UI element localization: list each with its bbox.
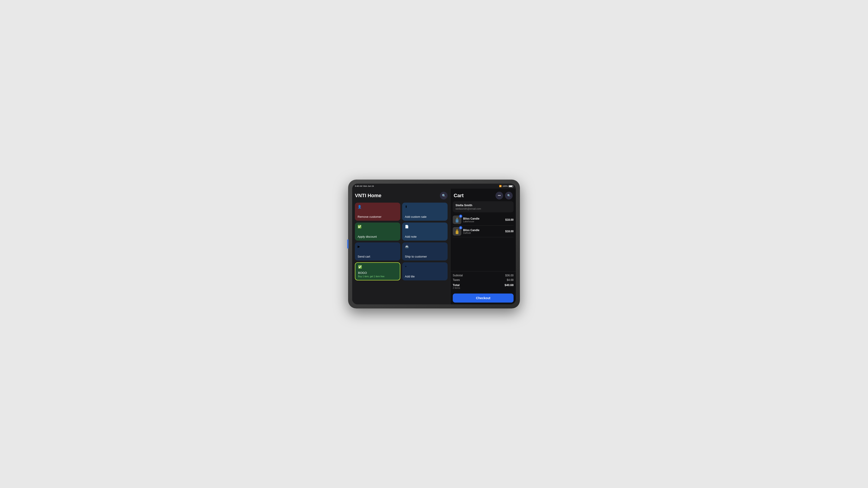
subtotal-row: Subtotal $36.00 (453, 273, 514, 278)
page-title: VNTI Home (355, 193, 381, 199)
customer-info: Stella Smith stellasmith@email.com (453, 201, 514, 212)
tile-bogo[interactable]: ✅ BOGO Buy 1 item, get 1 item free (355, 262, 400, 280)
svg-rect-0 (456, 219, 458, 222)
search-icon: 🔍 (442, 194, 446, 197)
status-bar: 9:48 AM Mon Jun 24 📶 100% (352, 184, 516, 189)
item-variant: Lakehouse (463, 220, 503, 223)
tile-add-note-label: Add note (405, 235, 445, 238)
tablet-device: 9:48 AM Mon Jun 24 📶 100% VNTI Home 🔍 (348, 180, 520, 308)
status-bar-left: 9:48 AM Mon Jun 24 (355, 185, 374, 187)
taxes-row: Taxes $4.68 (453, 278, 514, 282)
subtotal-value: $36.00 (505, 274, 514, 277)
status-time: 9:48 AM (355, 185, 362, 187)
main-content: VNTI Home 🔍 👤 Remove customer ⬆ Add cust (352, 189, 516, 304)
tile-send-cart-label: Send cart (358, 255, 398, 258)
svg-rect-4 (456, 231, 458, 234)
side-button[interactable] (347, 240, 348, 248)
device-screen: 9:48 AM Mon Jun 24 📶 100% VNTI Home 🔍 (352, 184, 516, 304)
taxes-value: $4.68 (507, 278, 514, 281)
cart-header: Cart ••• 🔍 (451, 189, 516, 201)
search-icon: 🔍 (507, 194, 510, 197)
tile-bogo-label: BOGO (358, 271, 367, 275)
tile-ship-to-customer[interactable]: 🚢 Ship to customer (402, 242, 447, 261)
cart-more-button[interactable]: ••• (495, 192, 503, 200)
item-thumb-wrapper: 1 (453, 215, 461, 224)
cart-search-button[interactable]: 🔍 (505, 192, 513, 200)
item-thumb-wrapper: 1 (453, 227, 461, 236)
item-details: Bliss Candle Lakehouse (463, 217, 503, 223)
item-variant: Daffodil (463, 232, 503, 234)
battery-percent: 100% (502, 185, 508, 187)
left-search-button[interactable]: 🔍 (440, 192, 447, 200)
items-count: 2 items (453, 287, 460, 289)
tile-add-tile[interactable]: + Add tile (402, 262, 447, 280)
svg-point-7 (457, 229, 457, 230)
item-price: $18.00 (505, 218, 514, 221)
cart-title: Cart (454, 193, 464, 199)
status-bar-right: 📶 100% (499, 185, 513, 187)
tile-bogo-subtitle: Buy 1 item, get 1 item free (358, 275, 397, 278)
total-label: Total (453, 283, 460, 287)
total-value: $40.68 (504, 283, 514, 289)
upload-icon: ⬆ (405, 205, 445, 209)
bogo-check-icon: ✅ (358, 265, 397, 269)
ship-icon: 🚢 (405, 245, 445, 248)
subtotal-label: Subtotal (453, 274, 463, 277)
tile-ship-to-customer-label: Ship to customer (405, 255, 445, 258)
item-quantity-badge: 1 (459, 226, 462, 229)
cart-item[interactable]: 1 Bliss Candle Daffodil $18.00 (453, 226, 514, 237)
item-quantity-badge: 1 (459, 215, 462, 218)
customer-email: stellasmith@email.com (456, 207, 511, 210)
wifi-icon: 📶 (499, 185, 502, 187)
tile-add-note[interactable]: 📄 Add note (402, 222, 447, 241)
send-icon: ▶ (358, 245, 398, 248)
tile-remove-customer-label: Remove customer (358, 215, 398, 218)
status-date: Mon Jun 24 (363, 185, 374, 187)
customer-name: Stella Smith (456, 204, 511, 207)
item-name: Bliss Candle (463, 217, 503, 220)
item-price: $18.00 (505, 230, 514, 233)
cart-items-list: 1 Bliss Candle Lakehouse $18.00 (451, 214, 516, 271)
total-label-wrapper: Total 2 items (453, 283, 460, 289)
tile-remove-customer[interactable]: 👤 Remove customer (355, 203, 400, 221)
checkout-button[interactable]: Checkout (453, 294, 514, 303)
tile-send-cart[interactable]: ▶ Send cart (355, 242, 400, 261)
total-row: Total 2 items $40.68 (453, 283, 514, 290)
svg-point-3 (457, 217, 457, 218)
note-icon: 📄 (405, 225, 445, 228)
tile-apply-discount[interactable]: ✅ Apply discount (355, 222, 400, 241)
cart-header-actions: ••• 🔍 (495, 192, 513, 200)
taxes-label: Taxes (453, 278, 460, 281)
left-panel-header: VNTI Home 🔍 (355, 192, 447, 200)
bogo-text-wrapper: BOGO Buy 1 item, get 1 item free (358, 271, 397, 278)
item-name: Bliss Candle (463, 228, 503, 232)
checkmark-icon: ✅ (358, 225, 398, 228)
tile-apply-discount-label: Apply discount (358, 235, 398, 238)
cart-panel: Cart ••• 🔍 Stella Smith stellasmith@emai… (450, 189, 516, 304)
tile-add-custom-sale[interactable]: ⬆ Add custom sale (402, 203, 447, 221)
plus-icon: + (405, 265, 445, 268)
cart-totals: Subtotal $36.00 Taxes $4.68 Total 2 item… (451, 271, 516, 292)
tile-add-tile-label: Add tile (405, 275, 445, 278)
person-icon: 👤 (358, 205, 398, 209)
ellipsis-icon: ••• (498, 194, 501, 197)
left-panel: VNTI Home 🔍 👤 Remove customer ⬆ Add cust (352, 189, 450, 304)
item-details: Bliss Candle Daffodil (463, 228, 503, 234)
cart-item[interactable]: 1 Bliss Candle Lakehouse $18.00 (453, 214, 514, 226)
tile-add-custom-sale-label: Add custom sale (405, 215, 445, 218)
tiles-grid: 👤 Remove customer ⬆ Add custom sale ✅ Ap… (355, 203, 447, 280)
battery-icon (508, 185, 513, 187)
